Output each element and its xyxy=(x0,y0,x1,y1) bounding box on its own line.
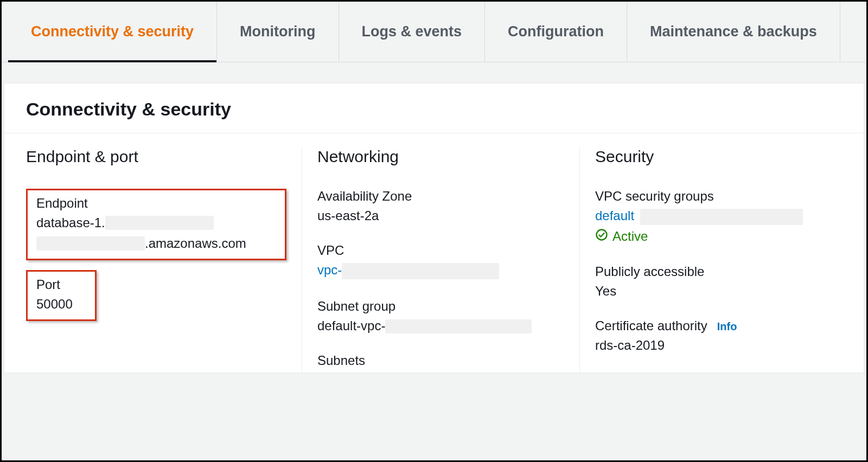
az-value: us-east-2a xyxy=(317,208,564,223)
panel-title: Connectivity & security xyxy=(26,99,842,120)
app-frame: Connectivity & security Monitoring Logs … xyxy=(0,0,868,462)
networking-heading: Networking xyxy=(317,147,564,166)
tab-connectivity-security[interactable]: Connectivity & security xyxy=(8,2,217,62)
panel-header: Connectivity & security xyxy=(4,84,864,133)
vpc-link[interactable]: vpc- xyxy=(317,262,342,277)
redacted-subnet-id xyxy=(385,319,532,333)
port-highlight-box: Port 50000 xyxy=(26,270,97,321)
col-networking: Networking Availability Zone us-east-2a … xyxy=(302,147,579,373)
panel-columns: Endpoint & port Endpoint database-1. .am… xyxy=(4,133,864,373)
check-circle-icon xyxy=(595,228,608,245)
endpoint-suffix: .amazonaws.com xyxy=(145,236,246,251)
port-field: Port 50000 xyxy=(36,277,86,312)
az-field: Availability Zone us-east-2a xyxy=(317,189,564,223)
port-label: Port xyxy=(36,277,86,292)
public-field: Publicly accessible Yes xyxy=(595,264,842,299)
sg-label: VPC security groups xyxy=(595,189,842,204)
ca-value: rds-ca-2019 xyxy=(595,338,842,353)
sg-value: default xyxy=(595,208,842,225)
ca-info-link[interactable]: Info xyxy=(717,320,737,333)
tab-logs-events[interactable]: Logs & events xyxy=(339,2,486,62)
endpoint-prefix: database-1. xyxy=(36,215,105,230)
az-label: Availability Zone xyxy=(317,189,564,204)
port-value: 50000 xyxy=(36,297,86,312)
subnets-label: Subnets xyxy=(317,353,564,368)
endpoint-value-line2: .amazonaws.com xyxy=(36,236,276,251)
redacted-region2 xyxy=(36,236,145,251)
tab-configuration[interactable]: Configuration xyxy=(485,2,627,62)
ca-label: Certificate authority xyxy=(595,318,707,333)
subnet-group-field: Subnet group default-vpc- xyxy=(317,299,564,334)
svg-point-0 xyxy=(597,229,607,240)
ca-field: Certificate authority Info rds-ca-2019 xyxy=(595,318,842,353)
endpoint-port-heading: Endpoint & port xyxy=(26,147,286,166)
subnets-field: Subnets xyxy=(317,353,564,368)
sg-link[interactable]: default xyxy=(595,208,634,223)
vpc-value: vpc- xyxy=(317,262,564,279)
endpoint-value: database-1. xyxy=(36,215,276,230)
tab-bar: Connectivity & security Monitoring Logs … xyxy=(2,2,866,62)
sg-status-text: Active xyxy=(612,229,648,244)
sg-field: VPC security groups default Active xyxy=(595,189,842,245)
col-security: Security VPC security groups default xyxy=(579,147,842,373)
tab-monitoring[interactable]: Monitoring xyxy=(217,2,339,62)
subnet-group-prefix: default-vpc- xyxy=(317,318,385,333)
sg-status-row: Active xyxy=(595,228,842,245)
security-heading: Security xyxy=(595,147,842,166)
col-endpoint-port: Endpoint & port Endpoint database-1. .am… xyxy=(26,147,302,373)
subnet-group-value: default-vpc- xyxy=(317,318,564,334)
public-label: Publicly accessible xyxy=(595,264,842,279)
endpoint-highlight-box: Endpoint database-1. .amazonaws.com xyxy=(26,189,286,260)
vpc-label: VPC xyxy=(317,243,564,258)
endpoint-label: Endpoint xyxy=(36,196,276,211)
redacted-sg-id xyxy=(640,209,803,225)
endpoint-field: Endpoint database-1. .amazonaws.com xyxy=(36,196,276,251)
vpc-field: VPC vpc- xyxy=(317,243,564,279)
connectivity-security-panel: Connectivity & security Endpoint & port … xyxy=(4,83,864,373)
redacted-region xyxy=(105,216,214,230)
subnet-group-label: Subnet group xyxy=(317,299,564,314)
redacted-vpc-id xyxy=(342,263,499,279)
tab-maintenance-backups[interactable]: Maintenance & backups xyxy=(627,2,840,62)
public-value: Yes xyxy=(595,284,842,299)
